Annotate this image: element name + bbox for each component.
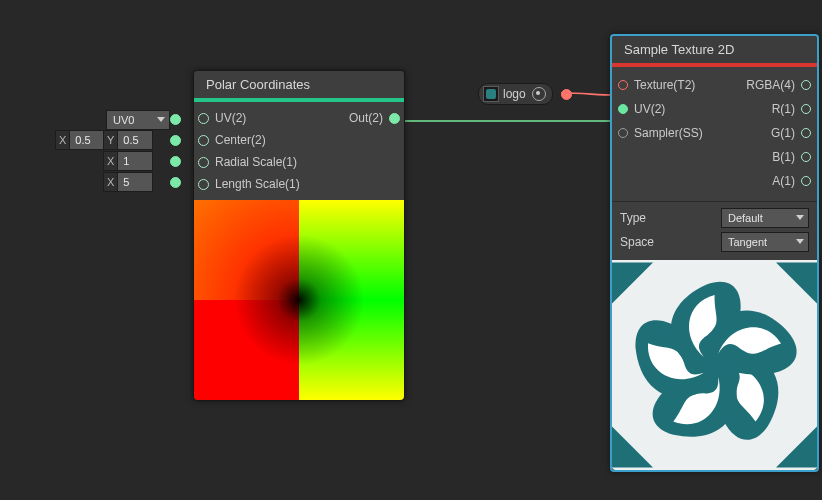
sample-ports-area: Texture(T2) UV(2) Sampler(SS) RGBA(4) R(… [612,67,817,201]
uv-channel-value: UV0 [113,111,134,129]
center-y-value[interactable]: 0.5 [117,130,153,150]
asset-picker-icon[interactable] [532,87,546,101]
polar-ports-area: UV(2) Center(2) Radial Scale(1) Length S… [194,102,404,200]
port-dot-icon[interactable] [618,128,628,138]
sample-type-row: Type Default [620,206,809,230]
sample-preview [612,260,817,470]
port-dot-icon[interactable] [618,80,628,90]
radial-port-out-dot[interactable] [170,156,181,167]
length-port-out-dot[interactable] [170,177,181,188]
port-dot-icon[interactable] [198,157,209,168]
polar-input-radial[interactable]: Radial Scale(1) [198,151,306,173]
texture-asset-token[interactable]: logo [478,83,553,105]
uv-port-out-dot[interactable] [170,114,181,125]
center-y-field[interactable]: Y 0.5 [103,131,153,149]
chevron-down-icon [796,215,804,220]
sample-output-b[interactable]: B(1) [715,145,812,169]
sample-input-uv-label: UV(2) [628,102,671,116]
sample-inputs: Texture(T2) UV(2) Sampler(SS) [618,73,715,193]
shader-graph-canvas[interactable]: UV0 X 0.5 Y 0.5 X 1 X 5 Polar Coordinate… [0,0,822,500]
sample-output-rgba[interactable]: RGBA(4) [715,73,812,97]
center-x-field[interactable]: X 0.5 [55,131,105,149]
polar-input-uv-label: UV(2) [209,111,252,125]
port-dot-icon[interactable] [198,113,209,124]
sample-outputs: RGBA(4) R(1) G(1) B(1) A(1) [715,73,812,193]
polar-input-center-label: Center(2) [209,133,272,147]
sample-output-r-label: R(1) [766,102,801,116]
polar-input-center[interactable]: Center(2) [198,129,306,151]
port-dot-icon[interactable] [801,128,811,138]
sample-space-row: Space Tangent [620,230,809,254]
radial-scale-label: X [103,151,117,171]
sample-settings: Type Default Space Tangent [612,202,817,260]
sample-output-a[interactable]: A(1) [715,169,812,193]
port-dot-icon[interactable] [198,179,209,190]
center-y-label: Y [103,130,117,150]
sample-input-texture-label: Texture(T2) [628,78,701,92]
sample-output-b-label: B(1) [766,150,801,164]
port-dot-icon[interactable] [801,152,811,162]
sample-type-value: Default [728,212,763,224]
port-dot-icon[interactable] [801,80,811,90]
polar-output-out-label: Out(2) [343,111,389,125]
chevron-down-icon [796,239,804,244]
length-scale-label: X [103,172,117,192]
port-dot-icon[interactable] [198,135,209,146]
center-port-out-dot[interactable] [170,135,181,146]
length-scale-value[interactable]: 5 [117,172,153,192]
length-scale-field[interactable]: X 5 [103,173,153,191]
center-x-label: X [55,130,69,150]
sample-output-a-label: A(1) [766,174,801,188]
sample-output-rgba-label: RGBA(4) [740,78,801,92]
radial-scale-value[interactable]: 1 [117,151,153,171]
center-x-value[interactable]: 0.5 [69,130,105,150]
sample-space-dropdown[interactable]: Tangent [721,232,809,252]
port-dot-icon[interactable] [618,104,628,114]
sample-input-texture[interactable]: Texture(T2) [618,73,715,97]
port-dot-icon[interactable] [801,176,811,186]
node-polar-coordinates[interactable]: Polar Coordinates UV(2) Center(2) Radial… [193,70,405,401]
polar-outputs: Out(2) [310,102,404,200]
sample-output-g[interactable]: G(1) [715,121,812,145]
sample-input-sampler[interactable]: Sampler(SS) [618,121,715,145]
port-dot-icon[interactable] [389,113,400,124]
node-sample-texture-2d[interactable]: Sample Texture 2D Texture(T2) UV(2) Samp… [610,34,819,472]
port-dot-icon[interactable] [801,104,811,114]
polar-inputs: UV(2) Center(2) Radial Scale(1) Length S… [194,102,310,200]
polar-preview [194,200,404,400]
polar-title: Polar Coordinates [194,71,404,98]
sample-type-label: Type [620,211,646,225]
sample-input-sampler-label: Sampler(SS) [628,126,709,140]
texture-asset-name: logo [503,87,526,101]
radial-scale-field[interactable]: X 1 [103,152,153,170]
texture-thumb-icon [483,86,499,102]
sample-output-g-label: G(1) [765,126,801,140]
chevron-down-icon [157,117,165,122]
polar-input-length-label: Length Scale(1) [209,177,306,191]
polar-input-length[interactable]: Length Scale(1) [198,173,306,195]
logo-port-out-dot[interactable] [561,89,572,100]
polar-input-uv[interactable]: UV(2) [198,107,306,129]
polar-output-out[interactable]: Out(2) [314,107,400,129]
sample-output-r[interactable]: R(1) [715,97,812,121]
polar-input-radial-label: Radial Scale(1) [209,155,303,169]
uv-channel-dropdown[interactable]: UV0 [106,110,170,130]
sample-type-dropdown[interactable]: Default [721,208,809,228]
sample-input-uv[interactable]: UV(2) [618,97,715,121]
sample-space-label: Space [620,235,654,249]
sample-space-value: Tangent [728,236,767,248]
sample-title: Sample Texture 2D [612,36,817,63]
